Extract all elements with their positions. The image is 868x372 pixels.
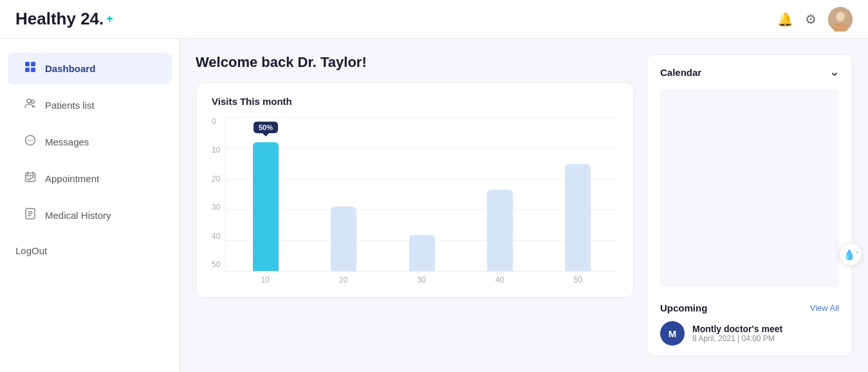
svg-point-13 bbox=[32, 140, 33, 141]
calendar-chevron-icon[interactable]: ⌄ bbox=[829, 65, 839, 79]
bar-chart: 50 40 30 20 10 0 50% bbox=[212, 117, 618, 284]
x-label-30: 30 bbox=[388, 275, 455, 284]
floating-widget[interactable]: 💧+ bbox=[839, 243, 862, 266]
x-labels: 10 20 30 40 50 bbox=[225, 272, 618, 284]
sidebar-item-appointment[interactable]: Appointment bbox=[8, 163, 172, 194]
bars-wrapper: 50% bbox=[225, 117, 618, 272]
sidebar-item-dashboard[interactable]: Dashboard bbox=[8, 53, 172, 84]
svg-point-11 bbox=[28, 140, 29, 141]
logout-button[interactable]: LogOut bbox=[0, 237, 180, 264]
sidebar-label-dashboard: Dashboard bbox=[45, 63, 95, 74]
sidebar-label-patients: Patients list bbox=[45, 100, 95, 111]
bar-30 bbox=[409, 235, 435, 271]
dashboard-icon bbox=[23, 60, 37, 77]
logo-plus: + bbox=[106, 12, 113, 26]
sidebar-item-patients[interactable]: Patients list bbox=[8, 89, 172, 121]
event-avatar: M bbox=[660, 321, 685, 346]
event-time: 8 April, 2021 | 04:00 PM bbox=[692, 334, 782, 343]
settings-icon[interactable]: ⚙ bbox=[805, 12, 817, 27]
main-layout: Dashboard Patients list bbox=[0, 39, 868, 372]
sidebar-item-medical-history[interactable]: Medical History bbox=[8, 200, 172, 231]
bar-group-10: 50% bbox=[232, 142, 299, 271]
sidebar: Dashboard Patients list bbox=[0, 39, 180, 372]
y-label-20: 20 bbox=[212, 174, 220, 183]
chart-area: 50% bbox=[225, 117, 618, 284]
view-all-link[interactable]: View All bbox=[810, 303, 839, 313]
sidebar-label-medical-history: Medical History bbox=[45, 210, 111, 221]
svg-rect-5 bbox=[31, 62, 35, 66]
welcome-title: Welcome back Dr. Taylor! bbox=[196, 54, 634, 71]
calendar-title: Calendar bbox=[660, 67, 701, 78]
sidebar-item-messages[interactable]: Messages bbox=[8, 126, 172, 158]
y-label-10: 10 bbox=[212, 145, 220, 154]
sidebar-label-messages: Messages bbox=[45, 136, 89, 147]
patients-icon bbox=[23, 97, 37, 113]
svg-rect-4 bbox=[25, 62, 30, 66]
event-name: Montly doctor's meet bbox=[692, 324, 782, 334]
svg-point-3 bbox=[836, 13, 844, 21]
floating-icon: 💧+ bbox=[843, 248, 859, 261]
upcoming-section: Upcoming View All M Montly doctor's meet… bbox=[660, 297, 839, 346]
x-label-10: 10 bbox=[232, 275, 299, 284]
header: Healthy 24.+ 🔔 ⚙ bbox=[0, 0, 868, 39]
svg-point-12 bbox=[30, 140, 31, 141]
notification-icon[interactable]: 🔔 bbox=[777, 12, 793, 27]
bar-group-50 bbox=[545, 164, 611, 271]
bar-group-30 bbox=[389, 235, 455, 271]
svg-point-8 bbox=[27, 99, 31, 103]
bar-group-40 bbox=[466, 190, 533, 271]
event-avatar-letter: M bbox=[669, 328, 677, 339]
chart-card: Visits This month 50 40 30 20 10 0 bbox=[196, 82, 634, 298]
upcoming-title: Upcoming bbox=[660, 302, 707, 313]
bar-50 bbox=[565, 164, 591, 271]
y-label-30: 30 bbox=[212, 203, 220, 212]
bar-20 bbox=[331, 207, 356, 271]
medical-history-icon bbox=[23, 207, 37, 223]
bar-group-20 bbox=[311, 207, 377, 271]
logo-text: Healthy 24. bbox=[15, 9, 104, 29]
sidebar-label-appointment: Appointment bbox=[45, 173, 99, 184]
calendar-placeholder bbox=[660, 89, 839, 287]
bar-10: 50% bbox=[253, 142, 279, 271]
calendar-header: Calendar ⌄ bbox=[660, 65, 839, 79]
logo: Healthy 24.+ bbox=[15, 9, 113, 29]
left-panel: Welcome back Dr. Taylor! Visits This mon… bbox=[196, 54, 634, 357]
x-label-40: 40 bbox=[466, 275, 533, 284]
chart-title: Visits This month bbox=[212, 96, 618, 107]
event-item: M Montly doctor's meet 8 April, 2021 | 0… bbox=[660, 321, 839, 346]
logout-label: LogOut bbox=[15, 245, 47, 256]
event-details: Montly doctor's meet 8 April, 2021 | 04:… bbox=[692, 324, 782, 343]
header-right: 🔔 ⚙ bbox=[777, 7, 853, 32]
content: Welcome back Dr. Taylor! Visits This mon… bbox=[180, 39, 868, 372]
y-label-0: 0 bbox=[212, 117, 220, 126]
messages-icon bbox=[23, 134, 37, 150]
svg-rect-6 bbox=[25, 68, 30, 72]
y-axis: 50 40 30 20 10 0 bbox=[212, 117, 225, 284]
y-label-40: 40 bbox=[212, 232, 220, 241]
svg-point-9 bbox=[32, 100, 35, 104]
y-label-50: 50 bbox=[212, 260, 220, 269]
avatar[interactable] bbox=[828, 7, 853, 32]
appointment-icon bbox=[23, 171, 37, 187]
bar-tooltip-10: 50% bbox=[254, 122, 278, 133]
x-label-20: 20 bbox=[310, 275, 377, 284]
right-panel: Calendar ⌄ Upcoming View All M Montly do… bbox=[647, 54, 853, 357]
svg-rect-7 bbox=[31, 68, 35, 72]
bar-40 bbox=[487, 190, 513, 271]
upcoming-header: Upcoming View All bbox=[660, 302, 839, 313]
x-label-50: 50 bbox=[544, 275, 611, 284]
